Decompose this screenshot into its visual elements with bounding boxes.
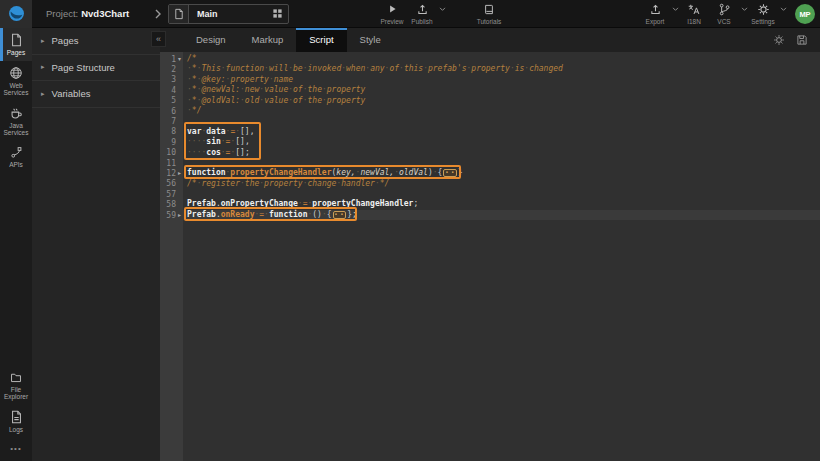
sidebar-item-pages[interactable]: Pages <box>0 28 32 61</box>
gutter-line: 1▾ <box>160 54 183 64</box>
gutter-line: 2 <box>160 64 183 74</box>
gutter-line: 7 <box>160 116 183 126</box>
code-line[interactable] <box>187 189 820 199</box>
user-avatar[interactable]: MP <box>795 4 815 24</box>
connector-icon <box>10 146 23 159</box>
translate-icon <box>687 2 701 16</box>
project-label: Project: <box>46 8 78 19</box>
code-line[interactable] <box>187 116 820 126</box>
code-line[interactable]: function·propertyChangeHandler(key,·newV… <box>187 168 820 178</box>
branch-icon <box>718 2 731 16</box>
coffee-cup-icon <box>9 106 23 120</box>
line-number: 8 <box>171 127 176 136</box>
code-line[interactable]: ·*·@newVal:·new·value·of·the·property <box>187 85 820 95</box>
gutter-line: 57 <box>160 189 183 199</box>
line-number: 11 <box>166 159 176 168</box>
preview-button[interactable]: Preview <box>379 2 405 25</box>
gutter-line: 8 <box>160 127 183 137</box>
chevron-right-icon <box>154 9 162 19</box>
tutorials-button[interactable]: Tutorials <box>476 2 502 25</box>
line-number: 12 <box>166 169 176 178</box>
tab-style[interactable]: Style <box>347 28 394 52</box>
line-number: 6 <box>171 107 176 116</box>
code-line[interactable]: ·*/ <box>187 106 820 116</box>
panel-section-variables[interactable]: ▸ Variables <box>32 81 160 108</box>
code-line[interactable] <box>187 158 820 168</box>
page-selector[interactable]: Main <box>168 4 289 24</box>
fold-marker-icon[interactable]: ▸ <box>176 210 183 220</box>
code-line[interactable]: /* <box>187 54 820 64</box>
fold-marker-icon[interactable]: ▾ <box>176 54 183 64</box>
tab-markup[interactable]: Markup <box>239 28 297 52</box>
code-line[interactable]: Prefab.onReady·=·function·()·{··}; <box>183 210 820 220</box>
gutter-line: 6 <box>160 106 183 116</box>
workspace-body: Pages Web Services Java Services <box>0 28 820 461</box>
panel-section-page-structure[interactable]: ▸ Page Structure <box>32 55 160 82</box>
sidebar-item-apis[interactable]: APIs <box>0 141 32 173</box>
export-icon <box>649 2 662 16</box>
sidebar-item-java-services[interactable]: Java Services <box>0 101 32 141</box>
save-icon[interactable] <box>796 34 808 46</box>
play-icon <box>387 2 398 16</box>
sidebar-spacer <box>0 173 32 366</box>
vcs-button[interactable]: VCS <box>711 2 737 25</box>
app-logo[interactable] <box>0 0 32 28</box>
panel-collapse-button[interactable]: « <box>151 31 166 47</box>
publish-button[interactable]: Publish <box>409 2 435 25</box>
panel-section-pages[interactable]: ▸ Pages <box>32 28 160 55</box>
settings-button[interactable]: Settings <box>750 2 776 25</box>
line-number: 2 <box>171 65 176 74</box>
globe-icon <box>9 66 23 80</box>
editor-settings-gear-icon[interactable] <box>773 34 785 46</box>
editor-area: Design Markup Script Style <box>160 28 820 461</box>
gear-icon <box>757 2 770 16</box>
i18n-button[interactable]: I18N <box>681 2 707 25</box>
line-number: 4 <box>171 86 176 95</box>
code-line[interactable]: ····sin·=·[], <box>187 137 820 147</box>
line-number: 7 <box>171 117 176 126</box>
code-line[interactable]: ·*·@oldVal:·old·value·of·the·property <box>187 96 820 106</box>
code-editor[interactable]: 1▾23456789101112▸56575859▸ /*·*·This·fun… <box>160 52 820 461</box>
export-button[interactable]: Export <box>642 2 668 25</box>
code-pane[interactable]: /*·*·This·function·will·be·invoked·when·… <box>183 52 820 461</box>
sidebar-item-web-services[interactable]: Web Services <box>0 61 32 101</box>
triangle-right-icon: ▸ <box>41 90 45 98</box>
line-number: 5 <box>171 96 176 105</box>
code-line[interactable]: ·*·This·function·will·be·invoked·when·an… <box>187 64 820 74</box>
code-line[interactable]: /*·register·the·property·change·handler·… <box>187 179 820 189</box>
folder-icon <box>9 371 23 384</box>
caret-down-icon <box>672 7 679 12</box>
editor-gutter: 1▾23456789101112▸56575859▸ <box>160 52 183 461</box>
line-number: 59 <box>166 211 176 220</box>
caret-down-icon <box>741 7 748 12</box>
line-number: 3 <box>171 75 176 84</box>
top-bar-center-actions: Preview Publish Tutorials <box>377 2 504 25</box>
code-line[interactable]: var·data·=·[], <box>187 127 820 137</box>
grid-view-icon[interactable] <box>272 8 283 19</box>
fold-marker-icon[interactable]: ▸ <box>176 168 183 178</box>
top-bar-right-actions: Export I18N <box>640 2 817 25</box>
gutter-line: 58 <box>160 199 183 209</box>
page-file-icon <box>169 5 189 23</box>
project-breadcrumb: Project:Nvd3Chart <box>46 8 154 19</box>
folded-code-widget[interactable]: ·· <box>443 169 457 177</box>
code-line[interactable]: Prefab.onPropertyChange·=·propertyChange… <box>187 199 820 209</box>
line-number: 57 <box>166 190 176 199</box>
code-line[interactable]: ····cos·=·[]; <box>187 148 820 158</box>
sidebar-item-file-explorer[interactable]: File Explorer <box>0 366 32 405</box>
gutter-line: 3 <box>160 75 183 85</box>
tab-script[interactable]: Script <box>296 28 346 52</box>
wavemaker-logo-icon <box>8 5 25 22</box>
app-window: Project:Nvd3Chart Main Preview <box>0 0 820 461</box>
gutter-line: 56 <box>160 179 183 189</box>
caret-down-icon <box>780 7 787 12</box>
sidebar-item-logs[interactable]: Logs <box>0 405 32 438</box>
folded-code-widget[interactable]: ·· <box>333 211 347 219</box>
caret-down-icon <box>439 7 446 12</box>
gutter-line: 10 <box>160 148 183 158</box>
code-line[interactable]: ·*·@key:·property·name <box>187 75 820 85</box>
project-name: Nvd3Chart <box>81 8 129 19</box>
tab-design[interactable]: Design <box>183 28 239 52</box>
line-number: 56 <box>166 179 176 188</box>
sidebar-more-button[interactable]: ••• <box>0 438 32 461</box>
